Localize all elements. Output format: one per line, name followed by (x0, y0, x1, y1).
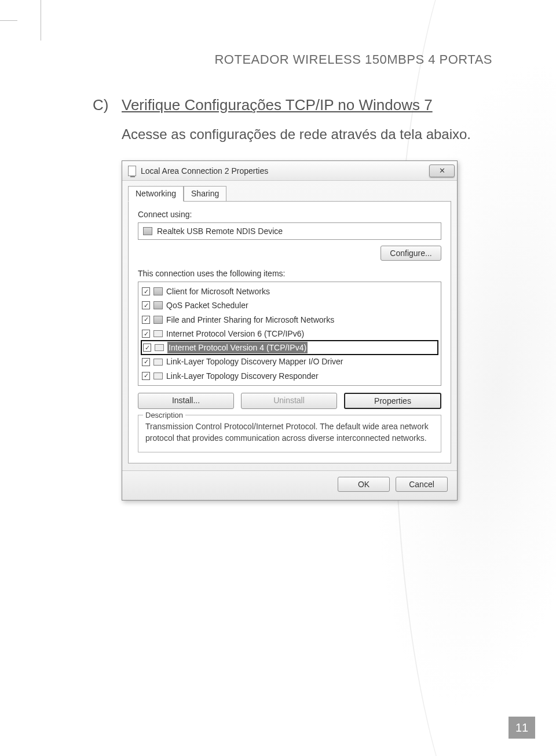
list-item-label: Link-Layer Topology Discovery Mapper I/O… (166, 356, 343, 367)
dialog-title: Local Area Connection 2 Properties (141, 166, 268, 176)
checkbox-icon[interactable]: ✓ (142, 358, 150, 366)
properties-button[interactable]: Properties (344, 393, 441, 409)
dialog-footer: OK Cancel (122, 470, 457, 500)
checkbox-icon[interactable]: ✓ (143, 344, 151, 352)
checkbox-icon[interactable]: ✓ (142, 330, 150, 338)
list-item[interactable]: ✓ Client for Microsoft Networks (138, 284, 441, 298)
list-item-label: Client for Microsoft Networks (166, 286, 270, 297)
description-text: Transmission Control Protocol/Internet P… (145, 422, 429, 443)
configure-button[interactable]: Configure... (381, 246, 441, 261)
list-item[interactable]: ✓ Internet Protocol Version 6 (TCP/IPv6) (138, 327, 441, 341)
page-number: 11 (509, 717, 535, 739)
component-icon (153, 316, 163, 324)
checkbox-icon[interactable]: ✓ (142, 372, 150, 380)
section-body: Acesse as configurações de rede através … (122, 126, 492, 143)
checkbox-icon[interactable]: ✓ (142, 301, 150, 309)
adapter-name: Realtek USB Remote NDIS Device (157, 227, 283, 236)
tab-strip: Networking Sharing (128, 185, 457, 201)
tab-sharing[interactable]: Sharing (184, 186, 226, 202)
tab-networking[interactable]: Networking (128, 186, 184, 202)
nic-icon (128, 166, 136, 176)
protocol-icon (155, 344, 164, 351)
protocol-icon (153, 372, 163, 379)
list-item[interactable]: ✓ Link-Layer Topology Discovery Mapper I… (138, 355, 441, 368)
uninstall-button[interactable]: Uninstall (241, 393, 337, 409)
checkbox-icon[interactable]: ✓ (142, 287, 150, 295)
protocol-icon (153, 330, 163, 337)
description-legend: Description (143, 410, 185, 421)
items-label: This connection uses the following items… (138, 269, 441, 278)
close-button[interactable]: ✕ (429, 165, 455, 177)
list-item-label: Internet Protocol Version 4 (TCP/IPv4) (167, 342, 308, 353)
section-letter: C) (93, 96, 110, 114)
list-item[interactable]: ✓ File and Printer Sharing for Microsoft… (138, 313, 441, 327)
close-icon: ✕ (439, 166, 445, 175)
running-head: ROTEADOR WIRELESS 150MBPS 4 PORTAS (93, 52, 492, 67)
list-item-label: QoS Packet Scheduler (166, 300, 248, 311)
description-group: Description Transmission Control Protoco… (138, 415, 441, 452)
list-item-label: Internet Protocol Version 6 (TCP/IPv6) (166, 328, 304, 339)
list-item[interactable]: ✓ QoS Packet Scheduler (138, 298, 441, 312)
list-item-label: Link-Layer Topology Discovery Responder (166, 370, 319, 382)
tab-panel-networking: Connect using: Realtek USB Remote NDIS D… (128, 201, 451, 463)
items-list[interactable]: ✓ Client for Microsoft Networks ✓ QoS Pa… (138, 282, 441, 386)
list-item-selected[interactable]: ✓ Internet Protocol Version 4 (TCP/IPv4) (141, 340, 438, 355)
component-icon (153, 301, 163, 309)
component-icon (153, 287, 163, 295)
section-title: Verifique Configurações TCP/IP no Window… (122, 96, 433, 114)
connect-using-label: Connect using: (138, 210, 441, 219)
properties-dialog: Local Area Connection 2 Properties ✕ Net… (122, 160, 458, 501)
titlebar: Local Area Connection 2 Properties ✕ (122, 161, 457, 181)
checkbox-icon[interactable]: ✓ (142, 316, 150, 324)
cancel-button[interactable]: Cancel (396, 477, 448, 492)
protocol-icon (153, 359, 163, 366)
adapter-field: Realtek USB Remote NDIS Device (138, 222, 441, 240)
adapter-icon (143, 227, 152, 235)
install-button[interactable]: Install... (138, 393, 234, 409)
list-item-label: File and Printer Sharing for Microsoft N… (166, 314, 334, 326)
ok-button[interactable]: OK (338, 477, 390, 492)
list-item[interactable]: ✓ Link-Layer Topology Discovery Responde… (138, 369, 441, 383)
